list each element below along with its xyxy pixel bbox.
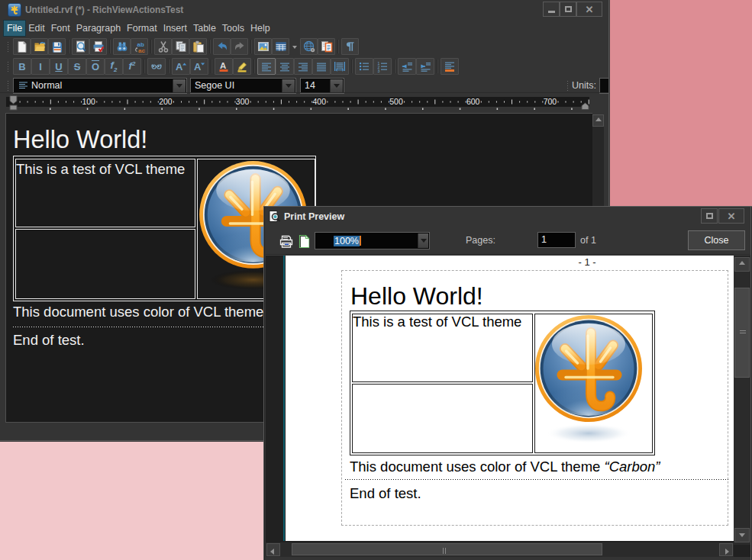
svg-text:A: A (176, 61, 183, 72)
svg-text:500: 500 (389, 97, 403, 106)
svg-text:3: 3 (378, 69, 380, 72)
svg-text:100: 100 (82, 97, 95, 106)
svg-text:ac: ac (138, 47, 145, 53)
svg-text:300: 300 (236, 97, 250, 106)
svg-text:700: 700 (544, 97, 557, 106)
svg-text:A: A (194, 61, 202, 72)
svg-text:A: A (220, 61, 226, 70)
svg-text:200: 200 (159, 97, 173, 106)
svg-text:600: 600 (466, 97, 480, 106)
svg-text:400: 400 (313, 97, 327, 106)
